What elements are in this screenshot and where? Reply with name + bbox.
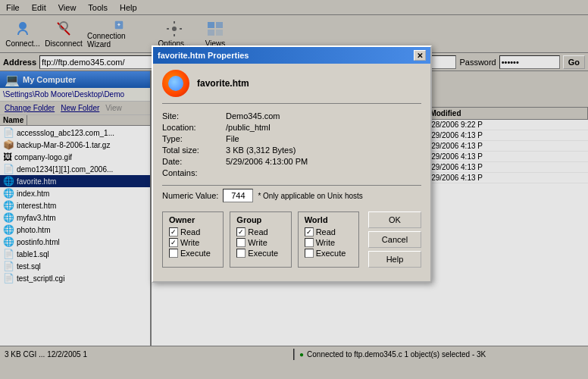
modal-title: favorite.htm Properties — [158, 51, 249, 60]
group-execute-checkbox[interactable] — [236, 249, 246, 258]
site-value: Demo345.com — [226, 111, 421, 121]
world-execute-checkbox[interactable] — [305, 249, 314, 258]
location-value: /public_html — [226, 123, 421, 132]
write-label: Write — [180, 238, 199, 247]
modal-numeric-section: Numeric Value: * Only applicable on Unix… — [162, 185, 421, 205]
cancel-button[interactable]: Cancel — [368, 231, 421, 248]
help-button[interactable]: Help — [368, 251, 421, 268]
group-read-checkbox[interactable] — [236, 227, 246, 236]
location-label: Location: — [162, 123, 223, 132]
size-label: Total size: — [162, 146, 223, 155]
size-value: 3 KB (3,312 Bytes) — [226, 146, 421, 155]
read-label: Read — [248, 227, 267, 236]
owner-read-row: Read — [169, 227, 217, 236]
numeric-label: Numeric Value: — [162, 191, 218, 200]
modal-properties: Site: Demo345.com Location: /public_html… — [162, 111, 421, 177]
write-label: Write — [316, 238, 335, 247]
ok-button[interactable]: OK — [368, 211, 421, 228]
numeric-value-input[interactable] — [223, 189, 253, 202]
properties-dialog: favorite.htm Properties ✕ favorite.htm S… — [152, 45, 432, 283]
world-read-checkbox[interactable] — [305, 227, 314, 236]
permissions-section: Owner Read Write Execute — [162, 211, 421, 268]
modal-buttons: OK Cancel Help — [368, 211, 421, 268]
type-label: Type: — [162, 134, 223, 143]
file-type-icon — [162, 70, 189, 97]
owner-write-checkbox[interactable] — [169, 238, 178, 247]
group-write-checkbox[interactable] — [236, 238, 246, 247]
numeric-note: * Only applicable on Unix hosts — [258, 192, 362, 200]
contains-label: Contains: — [162, 168, 223, 177]
read-label: Read — [180, 227, 200, 236]
owner-write-row: Write — [169, 238, 217, 247]
modal-overlay: favorite.htm Properties ✕ favorite.htm S… — [0, 0, 588, 379]
owner-read-checkbox[interactable] — [169, 227, 178, 236]
date-value: 5/29/2006 4:13:00 PM — [226, 157, 421, 166]
owner-label: Owner — [169, 215, 217, 224]
modal-close-button[interactable]: ✕ — [414, 50, 426, 61]
world-read-row: Read — [305, 227, 352, 236]
modal-details: Site: Demo345.com Location: /public_html… — [162, 111, 421, 275]
world-write-row: Write — [305, 238, 352, 247]
modal-body: favorite.htm Site: Demo345.com Location:… — [153, 64, 430, 281]
owner-execute-row: Execute — [169, 249, 217, 258]
site-label: Site: — [162, 111, 223, 121]
world-label: World — [305, 215, 352, 224]
modal-titlebar: favorite.htm Properties ✕ — [153, 47, 430, 64]
read-label: Read — [316, 227, 336, 236]
contains-value — [226, 168, 421, 177]
owner-execute-checkbox[interactable] — [169, 249, 178, 258]
write-label: Write — [248, 238, 267, 247]
group-label: Group — [236, 215, 284, 224]
world-write-checkbox[interactable] — [305, 238, 314, 247]
execute-label: Execute — [316, 249, 346, 258]
group-write-row: Write — [236, 238, 284, 247]
world-permissions: World Read Write Execute — [298, 211, 359, 268]
execute-label: Execute — [248, 249, 278, 258]
group-read-row: Read — [236, 227, 284, 236]
date-label: Date: — [162, 157, 223, 166]
modal-file-info: favorite.htm — [162, 70, 421, 104]
owner-permissions: Owner Read Write Execute — [162, 211, 224, 268]
type-value: File — [226, 134, 421, 143]
modal-filename: favorite.htm — [197, 78, 249, 89]
group-execute-row: Execute — [236, 249, 284, 258]
execute-label: Execute — [180, 249, 211, 258]
world-execute-row: Execute — [305, 249, 352, 258]
group-permissions: Group Read Write Execute — [230, 211, 291, 268]
